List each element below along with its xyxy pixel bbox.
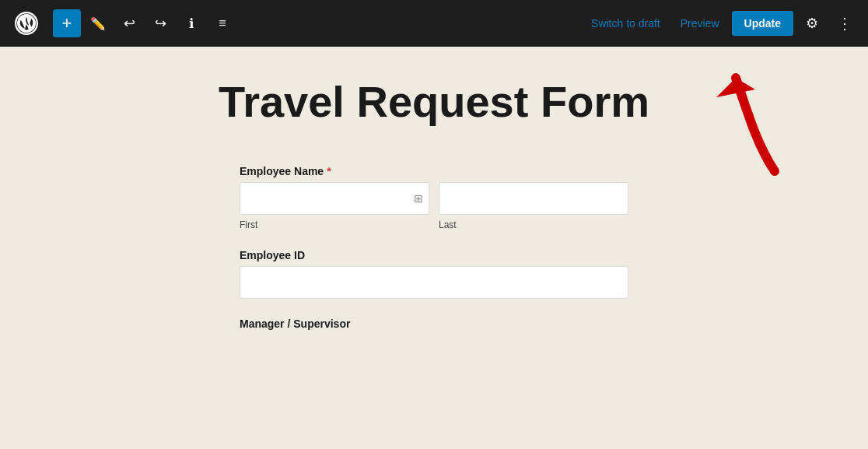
undo-icon: ↩ <box>124 15 135 32</box>
employee-name-group: Employee Name * ⊞ First Last <box>240 165 628 230</box>
pencil-icon: ✏️ <box>90 16 106 31</box>
first-name-field: ⊞ <box>240 182 429 215</box>
toolbar: + ✏️ ↩ ↪ ℹ ≡ Switch to draft Preview Upd… <box>0 0 868 47</box>
employee-id-group: Employee ID <box>240 249 628 299</box>
employee-id-input[interactable] <box>240 266 628 299</box>
manager-group: Manager / Supervisor <box>240 317 628 330</box>
employee-name-label: Employee Name * <box>240 165 628 177</box>
manager-label: Manager / Supervisor <box>240 317 628 330</box>
field-icon: ⊞ <box>414 192 423 205</box>
form-container: Employee Name * ⊞ First Last Employee ID <box>240 165 628 349</box>
page-title: Travel Request Form <box>219 78 649 126</box>
main-content: Travel Request Form Employee Name * ⊞ Fi… <box>0 47 868 449</box>
name-sub-labels: First Last <box>240 218 628 230</box>
settings-button[interactable]: ⚙ <box>798 9 826 37</box>
toolbar-right: Switch to draft Preview Update ⚙ ⋮ <box>583 9 859 37</box>
last-name-field <box>439 182 628 215</box>
update-button[interactable]: Update <box>732 11 793 36</box>
name-fields: ⊞ <box>240 182 628 215</box>
add-button[interactable]: + <box>53 9 81 37</box>
gear-icon: ⚙ <box>806 15 818 32</box>
undo-button[interactable]: ↩ <box>115 9 143 37</box>
more-options-button[interactable]: ⋮ <box>831 9 859 37</box>
last-name-input[interactable] <box>439 182 628 215</box>
redo-button[interactable]: ↪ <box>146 9 174 37</box>
switch-to-draft-button[interactable]: Switch to draft <box>583 12 668 34</box>
redo-icon: ↪ <box>155 15 166 32</box>
wordpress-logo <box>9 0 44 47</box>
info-icon: ℹ <box>189 16 194 32</box>
last-sub-label: Last <box>439 218 628 230</box>
list-view-button[interactable]: ≡ <box>208 9 236 37</box>
info-button[interactable]: ℹ <box>177 9 205 37</box>
preview-button[interactable]: Preview <box>673 12 727 34</box>
list-icon: ≡ <box>219 16 226 30</box>
ellipsis-icon: ⋮ <box>837 14 853 33</box>
first-name-input[interactable] <box>240 182 429 215</box>
first-sub-label: First <box>240 218 429 230</box>
edit-button[interactable]: ✏️ <box>84 9 112 37</box>
required-star: * <box>327 165 331 177</box>
employee-id-label: Employee ID <box>240 249 628 261</box>
